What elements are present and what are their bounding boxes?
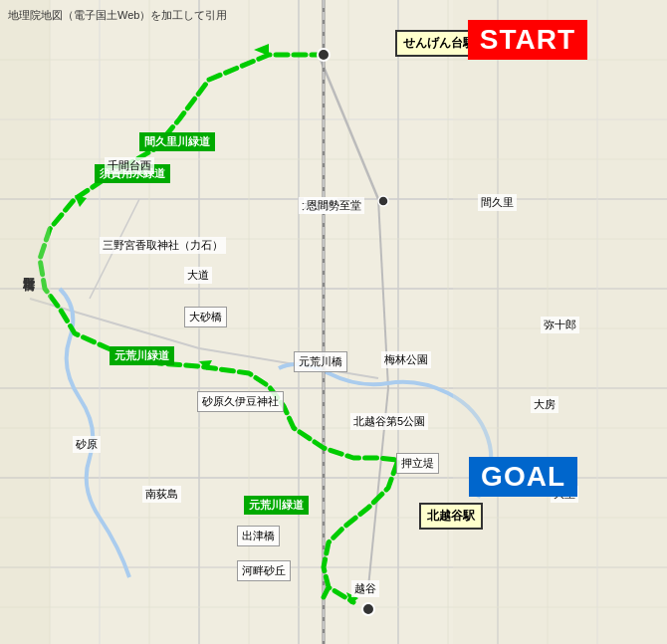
route-label-motoarekawa2: 元荒川緑道 <box>244 496 309 515</box>
place-minamioginashima: 南荻島 <box>142 486 181 503</box>
map-container: 地理院地図（電子国土Web）を加工して引用 START GOAL せんげん台駅 … <box>0 0 667 644</box>
svg-point-40 <box>378 196 388 206</box>
goal-station: 北越谷駅 <box>419 503 483 530</box>
place-kawabesaoka: 河畔砂丘 <box>237 560 291 581</box>
start-label: START <box>468 20 587 60</box>
place-suhara: 砂原 <box>73 436 101 453</box>
place-koshiya: 越谷 <box>351 580 379 597</box>
place-detsubashi: 出津橋 <box>237 526 280 546</box>
place-omuro: 大房 <box>531 396 558 413</box>
place-makunari: 間久里 <box>478 194 517 211</box>
svg-rect-42 <box>0 0 50 644</box>
place-yazujuu: 弥十郎 <box>541 317 579 333</box>
place-ondokeisedo: 恩間勢至堂 <box>304 197 364 214</box>
place-motoarekawabashi: 元荒川橋 <box>294 351 347 372</box>
goal-label: GOAL <box>469 457 577 497</box>
svg-point-39 <box>362 603 374 615</box>
place-osunabashi: 大砂橋 <box>184 307 227 327</box>
place-sanmiyajinja: 三野宮香取神社（力石） <box>100 237 226 254</box>
place-oshibaekido: 押立堤 <box>396 453 439 474</box>
place-sunabara: 砂原久伊豆神社 <box>197 391 284 412</box>
place-kitakoshiya5: 北越谷第5公園 <box>350 413 428 430</box>
route-label-motoarekawa1: 元荒川緑道 <box>110 346 174 365</box>
place-senbandainishi: 千間台西 <box>105 157 154 174</box>
svg-point-38 <box>318 49 330 61</box>
place-bairin: 梅林公園 <box>381 351 431 368</box>
attribution-text: 地理院地図（電子国土Web）を加工して引用 <box>8 8 227 23</box>
place-daido: 大道 <box>184 267 212 284</box>
route-label-mamarikawa: 間久里川緑道 <box>139 132 215 151</box>
